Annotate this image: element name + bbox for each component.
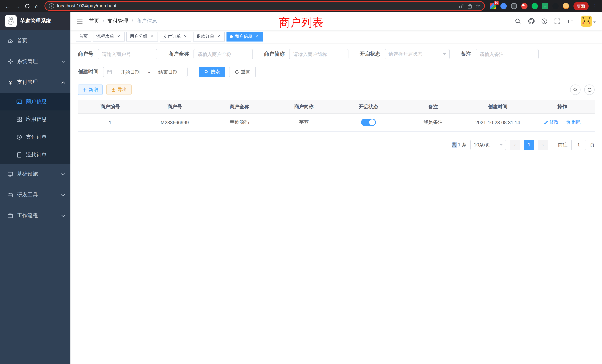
page-size-value: 10条/页 — [474, 141, 490, 148]
tab-process-form[interactable]: 流程表单 × — [93, 32, 125, 41]
table-toolbar: 新增 导出 — [78, 85, 595, 95]
extension-icon[interactable] — [500, 3, 507, 9]
sidebar-item-system[interactable]: 系统管理 — [0, 51, 70, 72]
short-name-input[interactable] — [289, 49, 348, 59]
page-size-select[interactable]: 10条/页 — [470, 139, 506, 150]
add-button[interactable]: 新增 — [78, 85, 103, 95]
forward-icon[interactable]: → — [13, 1, 22, 11]
close-icon[interactable]: × — [216, 34, 221, 39]
share-icon[interactable] — [467, 3, 473, 9]
goto-page-input[interactable] — [571, 139, 586, 150]
sidebar-item-merchant-info[interactable]: 商户信息 — [0, 93, 70, 110]
cell-merchant-id: 1 — [78, 113, 142, 131]
close-icon[interactable]: × — [183, 34, 188, 39]
tab-refund-order[interactable]: 退款订单 × — [193, 32, 225, 41]
dashboard-icon — [7, 38, 13, 44]
refresh-table-button[interactable] — [584, 85, 595, 95]
sidebar-item-dev-tools[interactable]: 研发工具 — [0, 185, 70, 205]
chevron-down-icon — [61, 173, 65, 175]
gear-icon — [7, 59, 13, 64]
search-button[interactable]: 搜索 — [199, 67, 225, 77]
sidebar: 芋道管理系统 首页 系统管理 ¥ 支付管理 — [0, 12, 70, 364]
reload-icon[interactable] — [22, 1, 32, 11]
extension-icon[interactable]: 10 — [490, 3, 496, 9]
back-icon[interactable]: ← — [3, 1, 13, 11]
pagination: 共 1 条 10条/页 ‹ 1 › 前往 页 — [78, 139, 595, 150]
next-page-button[interactable]: › — [538, 139, 548, 150]
close-icon[interactable]: × — [254, 34, 259, 39]
total-rest: 1 条 — [456, 142, 467, 147]
url-text[interactable]: localhost:1024/pay/merchant — [57, 3, 116, 9]
col-header: 创建时间 — [465, 100, 530, 113]
tab-label: 流程表单 — [96, 33, 114, 40]
sidebar-item-app-info[interactable]: 应用信息 — [0, 110, 70, 128]
tab-user-group[interactable]: 用户分组 × — [126, 32, 158, 41]
chevron-down-icon — [61, 60, 65, 63]
current-page-button[interactable]: 1 — [524, 139, 534, 150]
tab-merchant-info[interactable]: 商户信息 × — [226, 32, 263, 41]
browser-update-button[interactable]: 更新 — [573, 2, 589, 10]
home-icon[interactable]: ⌂ — [32, 1, 42, 11]
prev-page-button[interactable]: ‹ — [510, 139, 520, 150]
status-select[interactable]: 请选择开启状态 — [385, 49, 450, 59]
sidebar-item-infra[interactable]: 基础设施 — [0, 164, 70, 185]
full-name-input[interactable] — [194, 49, 253, 59]
refresh-icon — [235, 70, 239, 74]
document-icon — [16, 152, 22, 158]
extension-icon[interactable] — [542, 3, 548, 9]
yen-icon: ¥ — [7, 79, 13, 85]
export-button[interactable]: 导出 — [106, 85, 132, 95]
filter-row-2: 创建时间 - 搜索 — [78, 67, 595, 77]
reset-button[interactable]: 重置 — [229, 67, 256, 77]
close-icon[interactable]: × — [149, 34, 155, 39]
extension-icon[interactable] — [552, 3, 559, 9]
top-navbar: 首页 / 支付管理 / 商户信息 商户列表 — [70, 12, 602, 30]
status-toggle[interactable] — [361, 119, 376, 126]
download-icon — [111, 87, 116, 92]
sidebar-toggle-icon[interactable] — [76, 18, 83, 24]
browser-menu-icon[interactable]: ⋮ — [591, 3, 599, 9]
remark-input[interactable] — [476, 49, 539, 59]
plus-icon — [83, 88, 87, 92]
table-row: 1 M233666999 芋道源码 芋艿 我是备注 2021-10-23 08:… — [78, 113, 595, 131]
toggle-search-button[interactable] — [570, 85, 580, 95]
chevron-up-icon — [61, 81, 65, 84]
sidebar-item-workflow[interactable]: 工作流程 — [0, 205, 70, 226]
date-range-picker[interactable]: - — [103, 67, 188, 77]
fullscreen-icon[interactable] — [554, 18, 560, 24]
col-header: 商户简称 — [272, 100, 336, 113]
navbar-actions: TT — [515, 16, 596, 27]
tags-view-bar: 首页 流程表单 × 用户分组 × 支付订单 × — [70, 30, 602, 43]
github-icon[interactable] — [528, 18, 535, 24]
edit-link[interactable]: 修改 — [544, 119, 559, 126]
bookmark-star-icon[interactable]: ☆ — [475, 3, 480, 9]
extension-icon[interactable] — [511, 3, 517, 9]
delete-link[interactable]: 删除 — [566, 119, 581, 126]
password-key-icon[interactable] — [458, 3, 464, 9]
user-avatar[interactable] — [581, 16, 596, 27]
site-info-icon[interactable]: i — [49, 3, 54, 9]
end-date-input[interactable] — [152, 69, 184, 75]
close-icon[interactable]: × — [116, 34, 121, 39]
font-size-icon[interactable]: TT — [567, 18, 574, 24]
tab-pay-order[interactable]: 支付订单 × — [160, 32, 191, 41]
address-bar[interactable]: i localhost:1024/pay/merchant ☆ — [44, 1, 485, 11]
sidebar-item-home[interactable]: 首页 — [0, 30, 70, 51]
app-logo[interactable]: 芋道管理系统 — [0, 12, 70, 30]
extension-icon[interactable] — [532, 3, 538, 9]
sidebar-item-refund-order[interactable]: 退款订单 — [0, 146, 70, 164]
extension-icon[interactable] — [563, 3, 569, 9]
extension-icon[interactable] — [521, 3, 527, 9]
col-header: 商户号 — [142, 100, 207, 113]
tab-home[interactable]: 首页 — [76, 32, 91, 41]
merchant-no-input[interactable] — [98, 49, 157, 59]
sidebar-item-pay-order[interactable]: 支付订单 — [0, 128, 70, 146]
sidebar-item-payment[interactable]: ¥ 支付管理 — [0, 72, 70, 93]
cell-short-name: 芋艿 — [272, 113, 336, 131]
breadcrumb-payment[interactable]: 支付管理 — [108, 18, 128, 24]
chevron-down-icon — [443, 53, 446, 56]
breadcrumb-home[interactable]: 首页 — [89, 18, 99, 24]
header-search-icon[interactable] — [515, 18, 521, 24]
help-icon[interactable] — [541, 18, 548, 24]
start-date-input[interactable] — [114, 69, 146, 75]
